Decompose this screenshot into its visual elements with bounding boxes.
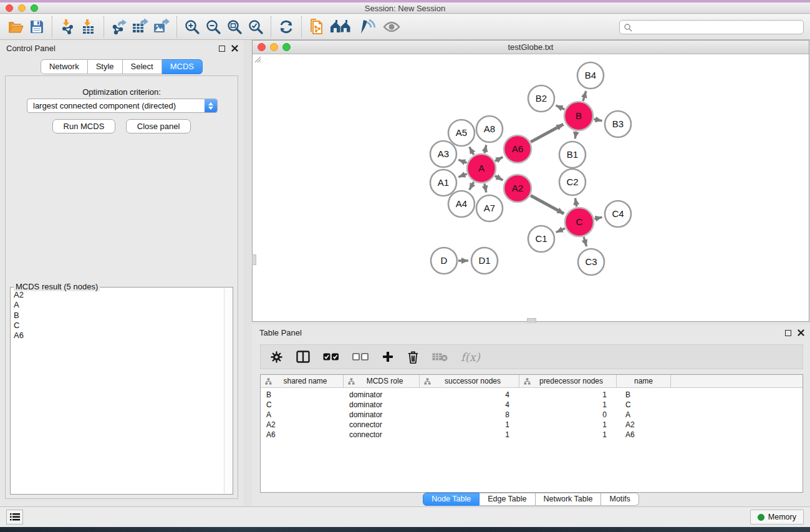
table-row[interactable]: A6connector11A6 — [261, 430, 803, 440]
tab-network[interactable]: Network — [41, 59, 88, 74]
run-mcds-button[interactable]: Run MCDS — [52, 119, 116, 133]
hide-graphics-details-icon[interactable] — [381, 17, 402, 37]
add-column-icon[interactable] — [382, 351, 394, 363]
tab-motifs[interactable]: Motifs — [601, 493, 639, 506]
settings-gear-icon[interactable] — [270, 351, 283, 364]
mcds-result-item[interactable]: A6 — [14, 331, 224, 341]
graph-edge-A2-C[interactable] — [531, 195, 564, 213]
optimization-criterion-label: Optimization criterion: — [6, 87, 238, 97]
export-network-icon[interactable] — [108, 17, 130, 37]
graph-edge-B-B2[interactable] — [556, 105, 565, 109]
graph-node-label: A2 — [512, 183, 523, 193]
table-cell: A2 — [617, 420, 671, 430]
graph-edge-A-A8[interactable] — [485, 145, 486, 153]
table-cell: connector — [344, 420, 420, 430]
zoom-in-icon[interactable] — [181, 17, 203, 37]
mcds-result-scrollbar[interactable] — [224, 288, 232, 493]
graph-edge-C-C4[interactable] — [594, 217, 602, 219]
float-table-panel-icon[interactable] — [785, 330, 791, 336]
first-neighbors-icon[interactable] — [327, 17, 355, 37]
tab-style[interactable]: Style — [88, 59, 123, 74]
show-graphics-details-icon[interactable] — [355, 17, 381, 37]
graph-edge-C-C2[interactable] — [575, 198, 576, 207]
graph-edge-C-C3[interactable] — [584, 237, 586, 246]
graph-edge-B-B3[interactable] — [594, 119, 602, 121]
control-panel: Control Panel Network Style Select MCDS … — [0, 40, 243, 506]
close-panel-icon[interactable] — [231, 45, 238, 52]
graph-edge-A-A5[interactable] — [470, 147, 474, 155]
table-cell: 1 — [519, 390, 617, 400]
delete-column-icon[interactable] — [407, 351, 419, 364]
export-table-icon[interactable] — [130, 17, 151, 37]
table-cell: 4 — [420, 390, 519, 400]
resize-grip-icon[interactable] — [253, 54, 261, 63]
network-window-title: testGlobe.txt — [253, 42, 809, 52]
zoom-selected-icon[interactable] — [245, 17, 266, 37]
criterion-select[interactable]: largest connected component (directed) — [27, 99, 218, 113]
graph-node-label: B1 — [567, 149, 578, 160]
table-row[interactable]: Cdominator41C — [261, 400, 803, 410]
column-header-shared-name[interactable]: shared name — [261, 375, 344, 387]
column-header-name[interactable]: name — [617, 375, 671, 387]
save-session-icon[interactable] — [26, 17, 47, 37]
column-header-successor-nodes[interactable]: successor nodes — [420, 375, 519, 387]
zoom-out-icon[interactable] — [203, 17, 224, 37]
open-file-icon[interactable] — [5, 17, 26, 37]
export-image-icon[interactable] — [151, 17, 172, 37]
deselect-all-icon[interactable] — [352, 353, 369, 361]
graph-node-label: B2 — [536, 93, 547, 104]
mcds-result-item[interactable]: A2 — [14, 290, 224, 300]
graph-edge-C-C1[interactable] — [556, 228, 565, 232]
vertical-scrollbar-thumb[interactable] — [252, 254, 256, 265]
table-cell: 8 — [420, 410, 519, 420]
float-panel-icon[interactable] — [219, 46, 225, 52]
table-row[interactable]: Adominator80A — [261, 410, 803, 420]
mcds-result-item[interactable]: A — [14, 300, 224, 310]
task-history-button[interactable] — [6, 510, 23, 525]
table-row[interactable]: A2connector11A2 — [261, 420, 803, 430]
toolbar-separator — [104, 16, 104, 37]
table-cell: dominator — [344, 400, 420, 410]
close-panel-button[interactable]: Close panel — [126, 119, 191, 133]
tab-node-table[interactable]: Node Table — [423, 493, 480, 506]
tab-mcds[interactable]: MCDS — [162, 59, 203, 74]
search-box[interactable] — [619, 20, 804, 34]
graph-node-label: C4 — [612, 208, 624, 219]
horizontal-scrollbar-thumb[interactable] — [527, 318, 536, 322]
network-window-titlebar: testGlobe.txt — [253, 41, 809, 54]
graph-edge-A6-B[interactable] — [531, 124, 563, 142]
memory-button[interactable]: Memory — [750, 510, 804, 525]
search-input[interactable] — [632, 21, 803, 33]
tab-edge-table[interactable]: Edge Table — [480, 493, 535, 506]
import-table-icon[interactable] — [78, 17, 99, 37]
column-header-predecessor-nodes[interactable]: predecessor nodes — [519, 375, 617, 387]
apply-layout-icon[interactable] — [276, 17, 297, 37]
graph-edge-A-A7[interactable] — [485, 183, 486, 192]
graph-edge-A-A6[interactable] — [495, 157, 503, 161]
mcds-result-item[interactable]: C — [14, 321, 224, 331]
column-header-mcds-role[interactable]: MCDS role — [344, 375, 420, 387]
table-row[interactable]: Bdominator41B — [261, 390, 803, 400]
mcds-result-item[interactable]: B — [14, 311, 224, 321]
list-icon — [10, 513, 20, 521]
column-selector-icon[interactable] — [296, 351, 310, 363]
function-builder-icon[interactable]: f(x) — [461, 351, 480, 364]
graph-edge-A-A1[interactable] — [458, 174, 466, 177]
table-tabs: Node Table Edge Table Network Table Moti… — [252, 493, 810, 506]
window-title: Session: New Session — [0, 4, 810, 13]
graph-edge-A-A4[interactable] — [470, 182, 474, 190]
import-network-icon[interactable] — [57, 17, 78, 37]
graph-edge-B-B1[interactable] — [575, 132, 576, 139]
tab-select[interactable]: Select — [123, 59, 162, 74]
close-table-panel-icon[interactable] — [798, 329, 804, 336]
graph-edge-B-B4[interactable] — [583, 91, 586, 101]
new-network-icon[interactable] — [306, 17, 327, 37]
tab-network-table[interactable]: Network Table — [536, 493, 602, 506]
select-all-icon[interactable] — [323, 353, 339, 361]
graph-node-label: D — [441, 255, 448, 266]
graph-edge-A-A3[interactable] — [458, 160, 466, 163]
delete-table-icon[interactable] — [432, 352, 448, 362]
graph-edge-A-A2[interactable] — [495, 176, 503, 180]
network-canvas[interactable]: B4B2BB3A5A8A6A3B1AA1C2A2A4A7CC4C1DD1C3 — [253, 54, 809, 321]
zoom-fit-icon[interactable] — [224, 17, 245, 37]
